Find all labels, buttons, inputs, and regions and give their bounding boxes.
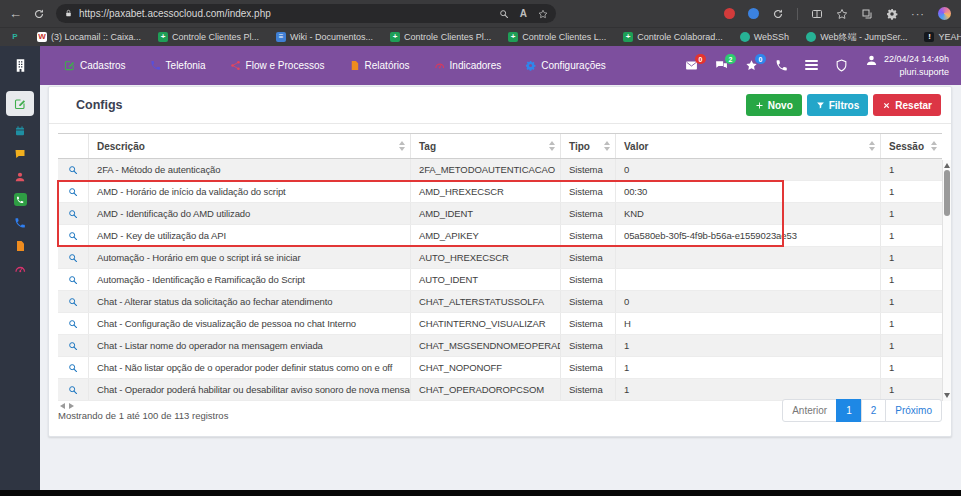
nav-item-configura-es[interactable]: Configurações (525, 60, 605, 71)
resetar-button[interactable]: Resetar (873, 94, 941, 116)
user-info[interactable]: 22/04/24 14:49hpluri.suporte (865, 53, 949, 77)
bookmark-label: Controle Colaborad... (637, 32, 723, 42)
bookmark-item[interactable]: ≡Wiki - Documentos... (276, 32, 373, 42)
column-header-sesso[interactable]: Sessão (881, 134, 942, 158)
sort-icon[interactable] (931, 141, 937, 151)
magnifier-icon[interactable] (68, 231, 78, 241)
table-row: Chat - Não listar opção de o operador po… (58, 357, 942, 379)
column-header-descrio[interactable]: Descrição (89, 134, 411, 158)
phone-icon (16, 196, 24, 204)
nav-item-flow-e-processos[interactable]: Flow e Processos (230, 60, 325, 71)
history-icon[interactable] (772, 8, 784, 20)
column-header-tipo[interactable]: Tipo (561, 134, 616, 158)
shield-button[interactable] (835, 59, 848, 72)
copilot-icon[interactable] (938, 7, 951, 20)
adblock-extension-icon[interactable] (724, 8, 735, 19)
split-screen-icon[interactable] (811, 8, 823, 20)
sort-icon[interactable] (604, 141, 610, 151)
phone-button[interactable] (775, 59, 788, 72)
nav-item-relat-rios[interactable]: Relatórios (349, 60, 410, 71)
envelope-button[interactable]: 0 (685, 59, 698, 72)
magnifier-icon[interactable] (68, 363, 78, 373)
nav-item-cadastros[interactable]: Cadastros (64, 60, 126, 71)
magnifier-icon[interactable] (68, 209, 78, 219)
filtros-button[interactable]: Filtros (807, 94, 869, 116)
cell-tipo: Sistema (561, 379, 616, 400)
sidebar-item-calendar[interactable] (6, 119, 34, 142)
bookmark-item[interactable]: WebSSh (740, 32, 789, 42)
sidebar-item-pencil-square[interactable] (6, 91, 34, 116)
row-detail-cell[interactable] (58, 159, 89, 180)
star-button[interactable]: 0 (745, 59, 758, 72)
sidebar-item-phone[interactable] (6, 211, 34, 234)
row-detail-cell[interactable] (58, 357, 89, 378)
more-icon[interactable]: ··· (911, 8, 925, 20)
sidebar-item-phone-square[interactable] (6, 188, 34, 211)
row-detail-cell[interactable] (58, 313, 89, 334)
back-icon[interactable]: ← (0, 7, 31, 20)
favorite-star-icon[interactable] (538, 9, 548, 19)
address-bar[interactable]: https://paxabet.acessocloud.com/index.ph… (56, 4, 556, 23)
magnifier-icon[interactable] (68, 319, 78, 329)
pagination-next[interactable]: Próximo (885, 399, 942, 422)
sort-icon[interactable] (549, 141, 555, 151)
column-header-tag[interactable]: Tag (411, 134, 561, 158)
browser-tools-icon[interactable] (886, 8, 898, 20)
row-detail-cell[interactable] (58, 291, 89, 312)
sidebar-item-person[interactable] (6, 165, 34, 188)
row-detail-cell[interactable] (58, 203, 89, 224)
row-detail-cell[interactable] (58, 247, 89, 268)
favorites-icon[interactable] (836, 8, 848, 20)
bookmark-item[interactable]: +Controle Clientes L... (508, 32, 606, 42)
sidebar-item-gauge[interactable] (6, 257, 34, 280)
row-detail-cell[interactable] (58, 335, 89, 356)
pagination-page-2[interactable]: 2 (861, 399, 887, 422)
chat-bubbles-button[interactable]: 2 (715, 59, 728, 72)
page-title: Configs (76, 98, 123, 112)
magnifier-icon[interactable] (68, 385, 78, 395)
refresh-icon[interactable] (33, 8, 45, 20)
scroll-up-icon[interactable] (944, 163, 950, 168)
table-scrollbar[interactable] (942, 160, 951, 401)
bookmark-item[interactable]: +Controle Clientes Pl... (390, 32, 491, 42)
novo-button[interactable]: Novo (746, 94, 802, 116)
bookmark-item[interactable]: P (10, 32, 20, 42)
menu-button[interactable] (805, 60, 818, 71)
magnifier-icon[interactable] (68, 253, 78, 263)
sort-icon[interactable] (399, 141, 405, 151)
magnifier-icon[interactable] (68, 297, 78, 307)
search-icon[interactable] (499, 9, 509, 19)
url-text[interactable]: https://paxabet.acessocloud.com/index.ph… (79, 8, 493, 19)
bookmark-item[interactable]: Web终端 - JumpSer... (806, 31, 907, 44)
nav-item-indicadores[interactable]: Indicadores (434, 60, 502, 71)
bookmark-item[interactable]: +Controle Colaborad... (623, 32, 723, 42)
magnifier-icon[interactable] (68, 165, 78, 175)
magnifier-icon[interactable] (68, 187, 78, 197)
scrollbar-thumb[interactable] (944, 170, 950, 216)
app-logo[interactable] (0, 46, 40, 85)
cell-tag: CHATINTERNO_VISUALIZAR (411, 313, 561, 334)
pagination-previous[interactable]: Anterior (782, 399, 837, 422)
row-detail-cell[interactable] (58, 379, 89, 400)
pagination-page-1[interactable]: 1 (836, 399, 862, 422)
row-detail-cell[interactable] (58, 181, 89, 202)
row-detail-cell[interactable] (58, 225, 89, 246)
table-row: AMD - Key de utilização da APIAMD_APIKEY… (58, 225, 942, 247)
blue-extension-icon[interactable] (748, 8, 759, 19)
bookmark-item[interactable]: +Controle Clientes Pl... (158, 32, 259, 42)
nav-item-telefonia[interactable]: Telefonia (150, 60, 206, 71)
scroll-down-icon[interactable] (944, 393, 950, 398)
phone-icon (14, 217, 26, 229)
magnifier-icon[interactable] (68, 341, 78, 351)
sidebar-item-file[interactable] (6, 234, 34, 257)
row-detail-cell[interactable] (58, 269, 89, 290)
bookmark-item[interactable]: !YEAH! YOU WANT "... (924, 32, 961, 42)
cell-tag: CHAT_OPERADOROPCSOM (411, 379, 561, 400)
sidebar-item-chat[interactable] (6, 142, 34, 165)
read-aloud-icon[interactable]: A (520, 8, 527, 19)
bookmark-item[interactable]: W(3) Locamail :: Caixa... (37, 32, 141, 42)
magnifier-icon[interactable] (68, 275, 78, 285)
column-header-valor[interactable]: Valor (616, 134, 881, 158)
collections-icon[interactable] (861, 8, 873, 20)
sort-icon[interactable] (869, 141, 875, 151)
